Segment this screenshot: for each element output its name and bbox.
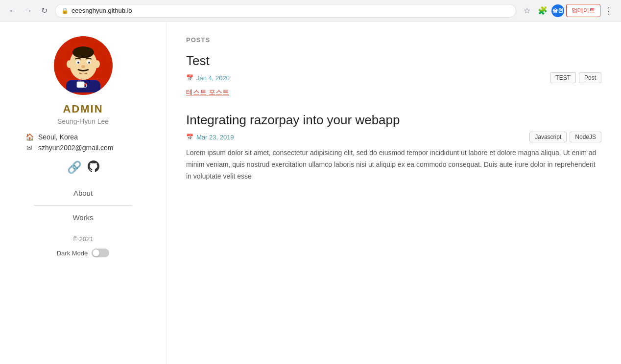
- post-date-text-1: Jan 4, 2020: [196, 74, 230, 82]
- tag-post[interactable]: Post: [579, 72, 601, 83]
- dark-mode-row: Dark Mode: [57, 249, 110, 257]
- reload-button[interactable]: ↻: [37, 4, 51, 18]
- bookmark-button[interactable]: ☆: [520, 4, 534, 18]
- copyright-text: © 2021: [72, 235, 93, 243]
- avatar: [54, 36, 113, 95]
- dark-mode-label: Dark Mode: [57, 250, 88, 257]
- toggle-knob: [93, 250, 99, 256]
- post-tags-2: Javascript NodeJS: [529, 132, 601, 142]
- lock-icon: 🔒: [61, 7, 69, 14]
- extensions-button[interactable]: 🧩: [536, 4, 549, 18]
- dark-mode-toggle[interactable]: [92, 249, 109, 257]
- svg-point-9: [81, 65, 85, 68]
- location-text: Seoul, Korea: [38, 133, 78, 141]
- email-text: szhyun2002@gmail.com: [38, 144, 114, 152]
- svg-rect-15: [77, 82, 84, 88]
- works-nav-link[interactable]: Works: [10, 209, 156, 226]
- post-description-2: Lorem ipsum dolor sit amet, consectetur …: [186, 147, 601, 182]
- tag-test[interactable]: TEST: [550, 72, 576, 83]
- post-meta-2: 📅 Mar 23, 2019 Javascript NodeJS: [186, 132, 601, 142]
- github-icon[interactable]: [88, 160, 99, 175]
- svg-point-7: [77, 62, 79, 64]
- update-button[interactable]: 업데이트: [566, 4, 600, 17]
- svg-point-10: [76, 74, 90, 80]
- calendar-icon-2: 📅: [186, 134, 193, 140]
- sidebar: ADMIN Seung-Hyun Lee 🏠 Seoul, Korea ✉ sz…: [0, 22, 167, 364]
- email-icon: ✉: [24, 144, 34, 152]
- post-date-1: 📅 Jan 4, 2020: [186, 74, 230, 82]
- svg-point-3: [67, 60, 72, 68]
- post-tags-1: TEST Post: [550, 72, 601, 83]
- post-meta-1: 📅 Jan 4, 2020 TEST Post: [186, 72, 601, 83]
- social-icons: 🔗: [67, 160, 99, 175]
- svg-point-4: [94, 60, 100, 68]
- post-card-1: Test 📅 Jan 4, 2020 TEST Post 테스트 포스트: [186, 53, 601, 97]
- back-button[interactable]: ←: [6, 4, 20, 18]
- nav-buttons: ← → ↻: [6, 4, 51, 18]
- link-icon[interactable]: 🔗: [67, 160, 82, 175]
- post-description-text-2: Lorem ipsum dolor sit amet, consectetur …: [186, 149, 596, 180]
- tag-nodejs[interactable]: NodeJS: [570, 132, 601, 142]
- post-date-text-2: Mar 23, 2019: [196, 134, 234, 141]
- post-title-1[interactable]: Test: [186, 53, 601, 68]
- browser-actions: ☆ 🧩 승현 업데이트 ⋮: [520, 4, 615, 18]
- avatar-image: [56, 39, 110, 92]
- post-subtitle-1[interactable]: 테스트 포스트: [186, 88, 601, 97]
- page-layout: ADMIN Seung-Hyun Lee 🏠 Seoul, Korea ✉ sz…: [0, 22, 621, 364]
- forward-button[interactable]: →: [22, 4, 35, 18]
- real-name: Seung-Hyun Lee: [57, 117, 109, 125]
- home-icon: 🏠: [24, 133, 34, 141]
- menu-button[interactable]: ⋮: [602, 5, 615, 16]
- calendar-icon-1: 📅: [186, 74, 193, 81]
- address-bar[interactable]: 🔒 eeesnghyun.github.io: [55, 4, 516, 18]
- post-date-2: 📅 Mar 23, 2019: [186, 134, 234, 141]
- main-content: POSTS Test 📅 Jan 4, 2020 TEST Post 테스트 포…: [167, 22, 621, 364]
- about-nav-link[interactable]: About: [10, 185, 156, 201]
- admin-name: ADMIN: [63, 103, 103, 115]
- email-row: ✉ szhyun2002@gmail.com: [10, 144, 156, 152]
- profile-avatar[interactable]: 승현: [551, 4, 564, 17]
- post-title-2[interactable]: Integrating razorpay into your webapp: [186, 113, 601, 128]
- browser-chrome: ← → ↻ 🔒 eeesnghyun.github.io ☆ 🧩 승현 업데이트…: [0, 0, 621, 22]
- section-label: POSTS: [186, 36, 601, 44]
- svg-point-8: [88, 62, 90, 64]
- nav-divider: [34, 205, 132, 205]
- location-row: 🏠 Seoul, Korea: [10, 133, 156, 141]
- url-text: eeesnghyun.github.io: [72, 7, 132, 14]
- tag-javascript[interactable]: Javascript: [529, 132, 567, 142]
- post-card-2: Integrating razorpay into your webapp 📅 …: [186, 113, 601, 182]
- svg-point-2: [72, 46, 94, 58]
